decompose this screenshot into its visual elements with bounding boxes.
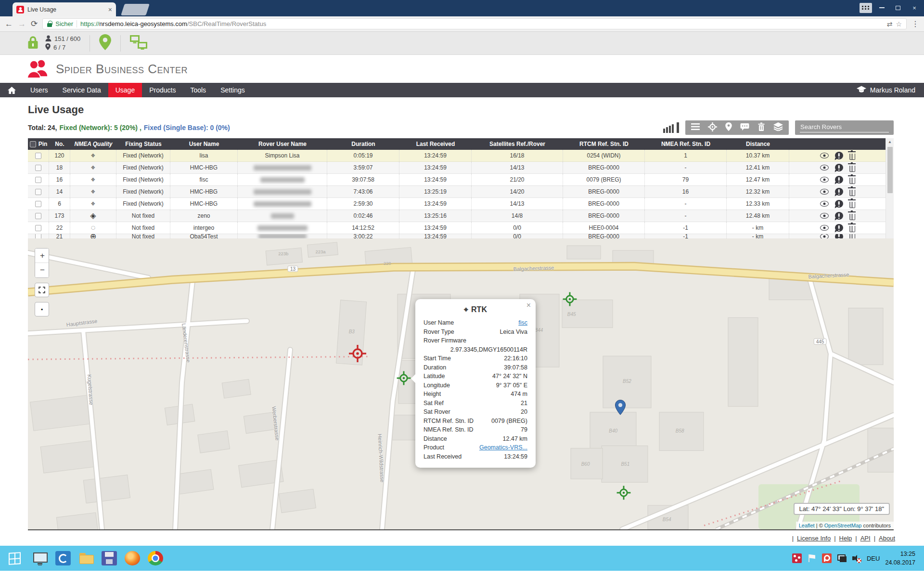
address-bar[interactable]: Sicher https://nrsdemo.leica-geosystems.… — [42, 18, 907, 29]
alert-message-icon[interactable] — [835, 212, 843, 220]
taskbar-app-icon[interactable] — [55, 551, 71, 565]
delete-row-icon[interactable] — [849, 178, 855, 184]
footer-link[interactable]: License Info — [789, 535, 831, 542]
zoom-out-button[interactable]: − — [35, 263, 49, 277]
taskbar-firefox-icon[interactable] — [125, 551, 140, 565]
window-close-button[interactable]: × — [908, 2, 921, 13]
row-checkbox[interactable] — [35, 177, 41, 183]
header-nmea-quality[interactable]: NMEA Quality — [70, 141, 116, 147]
delete-row-icon[interactable] — [849, 214, 855, 220]
table-row[interactable]: 14 ⌖ Fixed (Network) HMC-HBG 7:43:06 13:… — [28, 186, 886, 198]
view-icon[interactable] — [820, 234, 829, 238]
view-icon[interactable] — [820, 177, 829, 183]
network-icon[interactable] — [130, 35, 147, 52]
view-icon[interactable] — [820, 165, 829, 171]
nav-item[interactable]: Settings — [213, 83, 252, 97]
language-indicator[interactable]: DEU — [867, 555, 880, 562]
table-row[interactable]: 21 ⊕ Not fixed Oba54Test 3:00:22 13:24:5… — [28, 234, 886, 238]
alert-message-icon[interactable] — [835, 224, 843, 232]
popup-close-icon[interactable]: × — [526, 302, 531, 309]
new-tab-button[interactable] — [121, 4, 150, 15]
window-minimize-button[interactable] — [875, 2, 888, 13]
tray-network-icon[interactable] — [837, 553, 847, 563]
footer-link[interactable]: API — [852, 535, 870, 542]
start-button[interactable] — [9, 552, 21, 565]
scrollbar-thumb[interactable] — [887, 147, 893, 193]
select-all-checkbox[interactable] — [30, 141, 36, 147]
row-checkbox[interactable] — [35, 153, 41, 159]
header-nmea-id[interactable]: NMEA Ref. Stn. ID — [645, 141, 727, 147]
header-satellites[interactable]: Satellites Ref./Rover — [472, 141, 563, 147]
zoom-in-button[interactable]: + — [35, 249, 49, 263]
search-input[interactable] — [795, 120, 894, 135]
view-icon[interactable] — [820, 201, 829, 207]
nav-item[interactable]: Users — [23, 83, 55, 97]
clock[interactable]: 13:2524.08.2017 — [885, 550, 919, 567]
alert-message-icon[interactable] — [835, 152, 843, 159]
alert-message-icon[interactable] — [835, 188, 843, 196]
footer-link[interactable]: Help — [831, 535, 852, 542]
header-user-name[interactable]: User Name — [170, 141, 238, 147]
header-rover-user-name[interactable]: Rover User Name — [238, 141, 327, 147]
header-last-received[interactable]: Last Received — [399, 141, 472, 147]
row-checkbox[interactable] — [35, 225, 41, 231]
tray-volume-muted-icon[interactable] — [852, 553, 861, 563]
table-row[interactable]: 120 ⌖ Fixed (Network) lisa Simpson Lisa … — [28, 150, 886, 162]
delete-row-icon[interactable] — [849, 190, 855, 196]
target-icon[interactable] — [708, 122, 717, 133]
browser-menu-icon[interactable]: ⋮ — [911, 19, 919, 28]
rover-marker-green-selected[interactable] — [396, 370, 411, 388]
view-icon[interactable] — [820, 225, 829, 231]
row-checkbox[interactable] — [35, 234, 41, 238]
browser-tab[interactable]: Live Usage × — [13, 2, 116, 16]
map[interactable]: BalgacherstrasseBalgacherstrasseHauptstr… — [28, 238, 894, 530]
header-fixing-status[interactable]: Fixing Status — [116, 141, 170, 147]
view-icon[interactable] — [820, 213, 829, 219]
tray-flag-icon[interactable] — [807, 553, 817, 563]
tray-app-icon[interactable] — [822, 553, 832, 563]
row-checkbox[interactable] — [35, 189, 41, 195]
header-rtcm[interactable]: RTCM Ref. Stn. ID — [563, 141, 645, 147]
alert-message-icon[interactable] — [835, 234, 843, 238]
delete-row-icon[interactable] — [849, 234, 855, 238]
row-checkbox[interactable] — [35, 165, 41, 171]
view-icon[interactable] — [820, 189, 829, 195]
delete-row-icon[interactable] — [849, 166, 855, 172]
delete-icon[interactable] — [757, 122, 765, 133]
forward-icon[interactable]: → — [18, 20, 26, 28]
table-row[interactable]: 6 ⌖ Fixed (Network) HMC-HBG 2:59:30 13:2… — [28, 198, 886, 210]
user-menu[interactable]: Markus Roland — [857, 83, 924, 97]
message-icon[interactable] — [740, 123, 749, 133]
alert-message-icon[interactable] — [835, 200, 843, 208]
table-row[interactable]: 173 ◈ Not fixed zeno 0:02:46 13:25:16 14… — [28, 210, 886, 222]
osm-link[interactable]: OpenStreetMap — [824, 523, 862, 528]
taskbar-chrome-icon[interactable] — [148, 551, 163, 565]
header-distance[interactable]: Distance — [727, 141, 789, 147]
chart-bars-icon[interactable] — [663, 122, 679, 133]
rover-marker-red[interactable] — [348, 344, 367, 365]
nav-item[interactable]: Usage — [108, 83, 142, 97]
browser-profile-button[interactable] — [860, 3, 872, 13]
translate-icon[interactable]: ⇄ — [887, 20, 893, 28]
rover-marker-green[interactable] — [616, 485, 631, 502]
marker-toggle-button[interactable]: ▪ — [35, 302, 49, 316]
header-pin[interactable]: Pin — [28, 141, 49, 147]
scroll-up-icon[interactable]: ▲ — [888, 138, 892, 145]
taskbar-explorer-icon[interactable] — [32, 551, 48, 565]
table-row[interactable]: 18 ⌖ Fixed (Network) HMC-HBG 3:59:07 13:… — [28, 162, 886, 174]
map-pin-icon[interactable] — [99, 34, 111, 52]
layers-icon[interactable] — [773, 122, 783, 133]
taskbar-folder-icon[interactable] — [78, 551, 94, 565]
delete-row-icon[interactable] — [849, 202, 855, 208]
delete-row-icon[interactable] — [849, 154, 855, 160]
tray-network-share-icon[interactable] — [792, 553, 802, 563]
back-icon[interactable]: ← — [5, 20, 13, 28]
reload-icon[interactable]: ⟳ — [31, 20, 38, 28]
home-icon[interactable] — [0, 83, 23, 97]
window-maximize-button[interactable] — [891, 2, 905, 13]
taskbar-save-icon[interactable] — [102, 551, 117, 565]
table-row[interactable]: 16 ⌖ Fixed (Network) fisc 39:07:58 13:24… — [28, 174, 886, 186]
tab-close-icon[interactable]: × — [108, 6, 112, 13]
table-row[interactable]: 22 ◌ Not fixed intergeo 14:12:52 13:24:5… — [28, 222, 886, 234]
bookmark-star-icon[interactable]: ☆ — [896, 20, 902, 28]
